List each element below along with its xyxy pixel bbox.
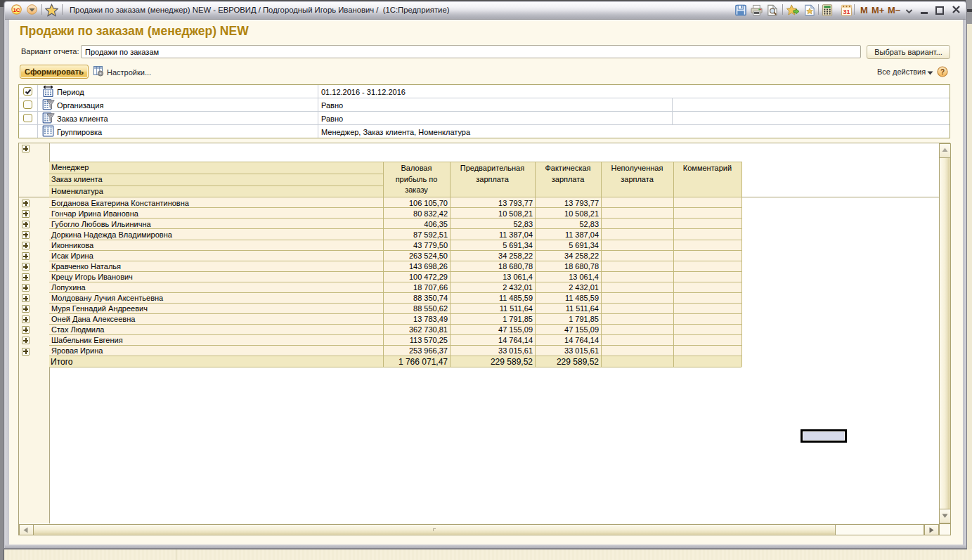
svg-text:?: ? bbox=[940, 68, 945, 76]
svg-text:1С: 1С bbox=[13, 7, 20, 13]
svg-text:31: 31 bbox=[843, 8, 850, 15]
